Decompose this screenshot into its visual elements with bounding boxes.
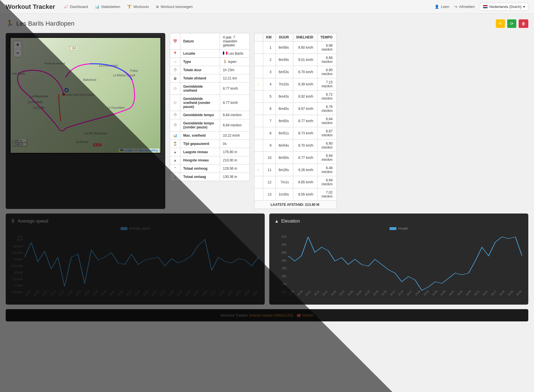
elevation-chart[interactable]: 21020520019519018518017615:0515:0815:111… [274,231,523,299]
info-label: Totale afstand [180,74,220,83]
info-row: ⏱Totale duur1h 23m [170,66,250,74]
info-icon: 🛣 [170,74,180,83]
dumbbell-icon: 🏋 [127,5,132,9]
info-value: 6.84 min/km [220,111,250,119]
info-label: Datum [180,33,220,50]
info-row: 📊Max. snelheid10.22 km/h [170,132,250,140]
flag-nl-icon [483,5,488,8]
info-label: Gemiddelde tempo (zonder pauze) [180,119,220,132]
info-value: 210.00 m [220,156,250,165]
splits-row: 16m58s8.60 km/h6.98 min/km [254,42,337,54]
chart-line-icon: 📈 [64,5,68,9]
info-value: 129.56 m [220,165,250,173]
info-label: Laagste niveau [180,148,220,156]
refresh-button[interactable]: ⟳ [507,19,516,28]
info-label: Totaal omlaag [180,173,220,181]
speed-chart[interactable]: 10,5 km/h10 km/h9,5 km/h9 km/h8,5 km/h8 … [11,231,260,299]
splits-row: 96m54s8.70 km/h6.90 min/km [254,139,337,152]
info-icon: ⏳ [170,140,180,148]
info-row: ▲Laagste niveau176.80 m [170,148,250,156]
info-label: Max. snelheid [180,132,220,140]
arrow-down-icon: ↓ [257,82,259,86]
plus-circle-icon: ⊕ [156,5,159,9]
route-map[interactable]: Les Barils La Briqueterie La Flouterie L… [10,37,161,154]
info-value: 8.77 km/h [220,83,250,95]
splits-row: 127m1s8.65 km/h6.94 min/km [254,176,337,188]
info-value: 6.84 min/km [220,119,250,132]
splits-row: 86m51s8.73 km/h6.87 min/km [254,127,337,139]
logout-icon: ↪ [454,5,457,9]
info-row: ⌃Totaal omhoog129.56 m [170,165,250,173]
info-label: Gemiddelde snelheid (zonder pauze) [180,95,220,111]
info-row: ⏱Gemiddelde tempo (zonder pauze)6.84 min… [170,119,250,132]
info-icon: ⏲ [170,95,180,111]
elevation-chart-card: ▲Elevation Hoogte 2102052001951901851801… [269,214,528,305]
info-value: 176.80 m [220,148,250,156]
info-row: ⏲Gemiddelde snelheid (zonder pauze)8.77 … [170,95,250,111]
arrow-up-icon: ↑ [257,168,259,172]
splits-row: 131m30s8.55 km/h7.02 min/km [254,188,337,201]
info-icon: ⏱ [170,119,180,132]
info-row: ⌄Totaal omlaag130.36 m [170,173,250,181]
info-row: ⏳Tijd gepauzeerd0s [170,140,250,148]
edit-button[interactable]: ✎ [496,19,505,28]
splits-last-row: LAATSTE AFSTAND: 213.80 M [254,201,337,209]
route-polyline [11,38,160,154]
info-icon: ⏱ [170,66,180,74]
info-icon: ↔ [170,58,180,66]
nav-stats[interactable]: 📊Statistieken [95,5,120,9]
page-title: 🏃 Les Barils Hardlopen [6,20,74,27]
brand[interactable]: Workout Tracker [6,3,55,11]
info-icon: ⏲ [170,83,180,95]
branch-link[interactable]: branch master (080a1192) [250,313,293,317]
splits-header: DUUR [276,33,293,42]
splits-row: ↑116m28s9.26 km/h6.48 min/km [254,164,337,176]
nav-workouts[interactable]: 🏋Workouts [127,5,149,9]
info-label: Hoogste niveau [180,156,220,165]
nav-user[interactable]: 👤Leen [435,5,449,9]
chevron-down-icon: ▾ [523,5,525,9]
info-icon: ▲ [170,156,180,165]
zoom-control: + − [13,41,22,57]
osm-link[interactable]: OpenStreetMap [138,149,158,152]
info-value: 10.22 km/h [220,132,250,140]
info-card: 📅Datum4 jaar, 7 maanden geleden📍Locatie … [170,33,250,209]
info-value: 130.36 m [220,173,250,181]
info-label: Locatie [180,50,220,58]
info-icon: ▲ [170,148,180,156]
info-row: ↔Type🏃 lopen [170,58,250,66]
splits-header: TEMPO [317,33,337,42]
nav-logout[interactable]: ↪Afmelden [454,5,475,9]
svg-point-1 [62,93,65,96]
splits-row: 106m50s8.77 km/h6.84 min/km [254,152,337,164]
splits-card: KMDUURSNELHEIDTEMPO16m58s8.60 km/h6.98 m… [254,33,334,209]
delete-button[interactable]: 🗑 [519,19,528,28]
zoom-out-button[interactable]: − [14,49,22,57]
nav-dashboard[interactable]: 📈Dashboard [64,5,88,9]
info-value: 8.77 km/h [220,95,250,111]
nav-add-workout[interactable]: ⊕Workout toevoegen [156,5,193,9]
info-row: ⏱Gemiddelde tempo6.84 min/km [170,111,250,119]
info-icon: ⏱ [170,111,180,119]
info-icon: 📊 [170,132,180,140]
info-label: Gemiddelde tempo [180,111,220,119]
gauge-icon: 🎚 [11,219,15,224]
navbar: Workout Tracker 📈Dashboard 📊Statistieken… [0,0,534,14]
language-select[interactable]: Nederlands (Dutch)▾ [480,3,528,11]
zoom-in-button[interactable]: + [14,41,22,49]
info-icon: ⌃ [170,165,180,173]
info-row: ▲Hoogste niveau210.00 m [170,156,250,165]
map-attribution: 🇺🇦 Leaflet | © OpenStreetMap [119,149,159,152]
splits-row: 36m53s8.70 km/h6.90 min/km [254,66,337,78]
leaflet-link[interactable]: Leaflet [124,149,133,152]
flag-fr-icon [223,52,227,55]
user-icon: 👤 [435,5,439,9]
mountain-icon: ▲ [274,219,279,224]
github-link[interactable]: GitHub [302,313,313,317]
splits-row: 66m45s8.87 km/h6.76 min/km [254,103,337,115]
splits-row: ↓47m10s8.39 km/h7.15 min/km [254,78,337,91]
info-label: Totale duur [180,66,220,74]
splits-header [254,33,263,42]
info-icon: ⌄ [170,173,180,181]
splits-row: 76m50s8.77 km/h6.84 min/km [254,115,337,127]
